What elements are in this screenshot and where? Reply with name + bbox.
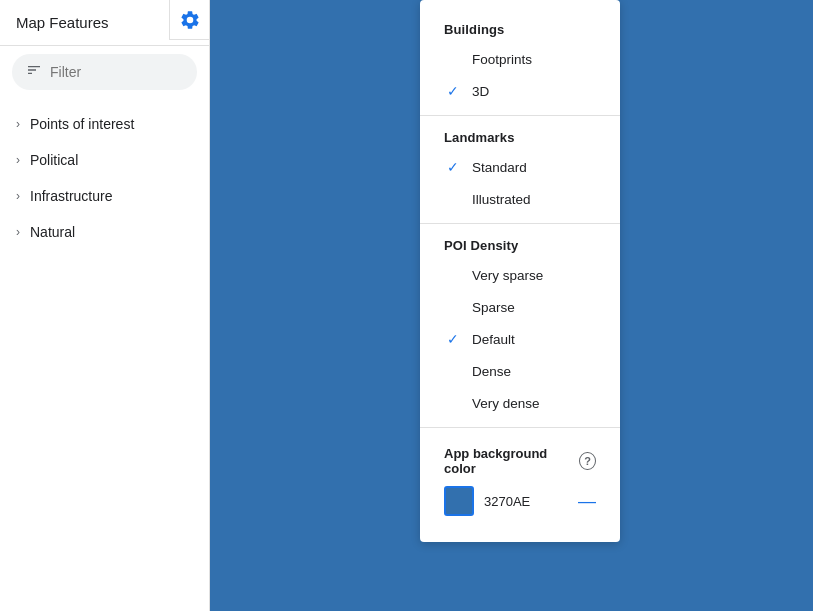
item-label-very-sparse: Very sparse — [472, 268, 543, 283]
item-label-3d: 3D — [472, 84, 489, 99]
dropdown-item-very-sparse[interactable]: Very sparse — [420, 259, 620, 291]
nav-item-label: Infrastructure — [30, 188, 112, 204]
filter-input[interactable] — [50, 64, 183, 80]
filter-icon — [26, 62, 42, 82]
nav-item-label: Natural — [30, 224, 75, 240]
item-label-sparse: Sparse — [472, 300, 515, 315]
item-label-illustrated: Illustrated — [472, 192, 531, 207]
gear-icon — [179, 9, 201, 31]
item-label-dense: Dense — [472, 364, 511, 379]
sidebar-item-political[interactable]: › Political — [0, 142, 209, 178]
chevron-right-icon: › — [16, 117, 20, 131]
map-area: Buildings Footprints ✓ 3D Landmarks ✓ St… — [210, 0, 813, 611]
dropdown-item-illustrated[interactable]: Illustrated — [420, 183, 620, 215]
nav-item-label: Points of interest — [30, 116, 134, 132]
divider-1 — [420, 115, 620, 116]
dropdown-item-very-dense[interactable]: Very dense — [420, 387, 620, 419]
dropdown-item-dense[interactable]: Dense — [420, 355, 620, 387]
bg-color-header: App background color ? — [444, 446, 596, 476]
dropdown-item-footprints[interactable]: Footprints — [420, 43, 620, 75]
color-clear-button[interactable]: — — [578, 492, 596, 510]
check-icon: ✓ — [444, 83, 462, 99]
poi-density-section-title: POI Density — [420, 232, 620, 259]
color-value-input[interactable] — [484, 494, 554, 509]
check-icon: ✓ — [444, 159, 462, 175]
bg-color-label: App background color — [444, 446, 571, 476]
color-swatch[interactable] — [444, 486, 474, 516]
dropdown-item-3d[interactable]: ✓ 3D — [420, 75, 620, 107]
chevron-right-icon: › — [16, 225, 20, 239]
gear-button[interactable] — [169, 0, 209, 40]
sidebar-nav: › Points of interest › Political › Infra… — [0, 106, 209, 250]
dropdown-panel: Buildings Footprints ✓ 3D Landmarks ✓ St… — [420, 0, 620, 542]
divider-2 — [420, 223, 620, 224]
check-icon: ✓ — [444, 331, 462, 347]
sidebar-item-poi[interactable]: › Points of interest — [0, 106, 209, 142]
chevron-right-icon: › — [16, 153, 20, 167]
sidebar-item-natural[interactable]: › Natural — [0, 214, 209, 250]
sidebar-item-infrastructure[interactable]: › Infrastructure — [0, 178, 209, 214]
help-icon[interactable]: ? — [579, 452, 596, 470]
buildings-section-title: Buildings — [420, 16, 620, 43]
sidebar: Map Features › Points of interest › Poli… — [0, 0, 210, 611]
item-label-footprints: Footprints — [472, 52, 532, 67]
sidebar-title: Map Features — [16, 14, 109, 31]
item-label-standard: Standard — [472, 160, 527, 175]
dropdown-item-standard[interactable]: ✓ Standard — [420, 151, 620, 183]
item-label-default: Default — [472, 332, 515, 347]
nav-item-label: Political — [30, 152, 78, 168]
item-label-very-dense: Very dense — [472, 396, 540, 411]
chevron-right-icon: › — [16, 189, 20, 203]
landmarks-section-title: Landmarks — [420, 124, 620, 151]
sidebar-header: Map Features — [0, 0, 209, 46]
bg-color-section: App background color ? — — [420, 436, 620, 526]
divider-3 — [420, 427, 620, 428]
dropdown-item-default[interactable]: ✓ Default — [420, 323, 620, 355]
filter-bar[interactable] — [12, 54, 197, 90]
dropdown-item-sparse[interactable]: Sparse — [420, 291, 620, 323]
color-row: — — [444, 486, 596, 516]
